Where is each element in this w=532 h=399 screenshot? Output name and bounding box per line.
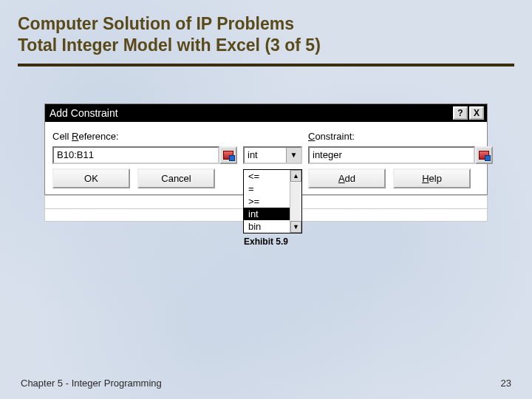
operator-dropdown[interactable]: int ▼ [243,146,302,164]
cancel-button[interactable]: Cancel [137,168,215,188]
add-button[interactable]: Add [308,168,386,188]
range-picker-icon [223,151,233,160]
dropdown-scrollbar[interactable]: ▲ ▼ [290,170,301,233]
operator-dropdown-list[interactable]: <= = >= int bin ▲ ▼ [243,169,302,233]
title-underline [18,64,514,66]
title-line-1: Computer Solution of IP Problems [18,13,514,35]
dialog-title: Add Constraint [50,107,451,119]
chevron-down-icon: ▼ [286,148,301,163]
ok-button[interactable]: OK [52,168,130,188]
footer-chapter: Chapter 5 - Integer Programming [21,378,162,389]
help-button[interactable]: Help [393,168,471,188]
cell-reference-range-picker[interactable] [219,146,237,164]
scroll-up-icon[interactable]: ▲ [290,170,301,182]
operator-value: int [245,148,286,163]
constraint-input[interactable] [308,146,475,164]
cell-reference-input[interactable] [52,146,219,164]
footer-page-number: 23 [501,378,511,389]
constraint-range-picker[interactable] [475,146,493,164]
titlebar-close-button[interactable]: X [469,106,484,120]
cell-reference-label: Cell Reference: [52,131,237,142]
titlebar-help-button[interactable]: ? [453,106,468,120]
title-line-2: Total Integer Model with Excel (3 of 5) [18,35,514,56]
dialog-titlebar: Add Constraint ? X [45,104,487,122]
question-icon: ? [457,108,463,118]
range-picker-icon [479,151,489,160]
scroll-down-icon[interactable]: ▼ [290,221,301,233]
add-constraint-dialog: Add Constraint ? X Cell Reference: Const… [44,103,488,195]
exhibit-label: Exhibit 5.9 [44,236,488,247]
constraint-label: Constraint: [308,131,493,142]
slide-title: Computer Solution of IP Problems Total I… [0,0,532,62]
close-icon: X [474,108,480,118]
slide-footer: Chapter 5 - Integer Programming 23 [21,378,511,389]
